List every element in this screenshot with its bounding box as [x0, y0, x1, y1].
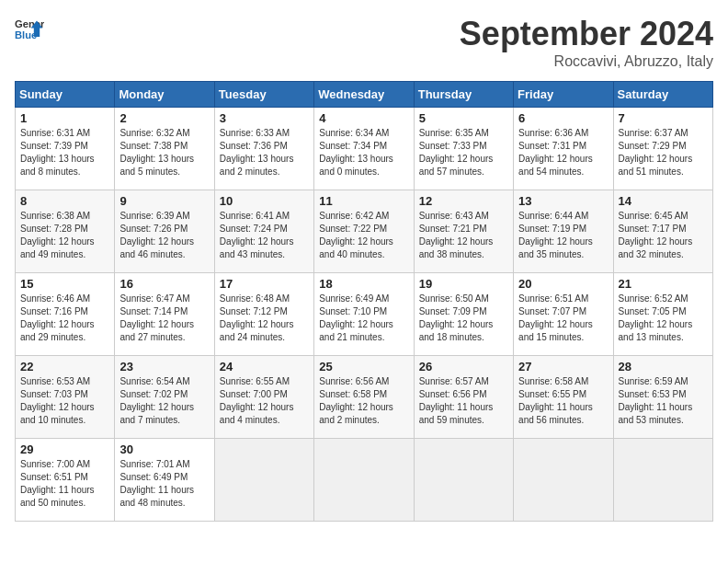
day-cell: 26 Sunrise: 6:57 AMSunset: 6:56 PMDaylig… [414, 356, 513, 439]
week-row-4: 22 Sunrise: 6:53 AMSunset: 7:03 PMDaylig… [16, 356, 713, 439]
day-number: 12 [419, 194, 508, 208]
calendar-table: SundayMondayTuesdayWednesdayThursdayFrid… [15, 81, 713, 522]
day-cell: 7 Sunrise: 6:37 AMSunset: 7:29 PMDayligh… [613, 108, 712, 190]
day-cell: 17 Sunrise: 6:48 AMSunset: 7:12 PMDaylig… [214, 273, 313, 356]
day-cell [514, 439, 613, 522]
location-subtitle: Roccavivi, Abruzzo, Italy [460, 53, 713, 70]
day-number: 21 [619, 277, 708, 291]
day-number: 16 [119, 277, 209, 291]
week-row-1: 1 Sunrise: 6:31 AMSunset: 7:39 PMDayligh… [16, 108, 713, 190]
header-row: SundayMondayTuesdayWednesdayThursdayFrid… [16, 82, 713, 108]
day-number: 8 [20, 194, 109, 208]
day-info: Sunrise: 6:59 AMSunset: 6:53 PMDaylight:… [619, 375, 708, 427]
day-info: Sunrise: 6:50 AMSunset: 7:09 PMDaylight:… [419, 293, 508, 344]
day-cell: 21 Sunrise: 6:52 AMSunset: 7:05 PMDaylig… [613, 273, 712, 356]
day-cell: 4 Sunrise: 6:34 AMSunset: 7:34 PMDayligh… [314, 108, 414, 190]
day-info: Sunrise: 6:48 AMSunset: 7:12 PMDaylight:… [220, 293, 309, 344]
day-cell [314, 439, 414, 522]
day-cell: 5 Sunrise: 6:35 AMSunset: 7:33 PMDayligh… [414, 108, 513, 190]
day-cell: 11 Sunrise: 6:42 AMSunset: 7:22 PMDaylig… [314, 190, 414, 273]
day-cell: 2 Sunrise: 6:32 AMSunset: 7:38 PMDayligh… [115, 108, 214, 190]
day-number: 18 [319, 277, 408, 291]
day-info: Sunrise: 6:42 AMSunset: 7:22 PMDaylight:… [319, 210, 408, 261]
day-header-friday: Friday [514, 82, 613, 108]
day-number: 10 [220, 194, 309, 208]
page-header: General Blue September 2024 Roccavivi, A… [15, 15, 713, 70]
day-cell: 23 Sunrise: 6:54 AMSunset: 7:02 PMDaylig… [115, 356, 214, 439]
logo: General Blue [15, 15, 44, 44]
day-cell: 19 Sunrise: 6:50 AMSunset: 7:09 PMDaylig… [414, 273, 513, 356]
day-info: Sunrise: 6:54 AMSunset: 7:02 PMDaylight:… [119, 375, 209, 427]
day-info: Sunrise: 6:51 AMSunset: 7:07 PMDaylight:… [518, 293, 608, 344]
day-number: 19 [419, 277, 508, 291]
day-info: Sunrise: 6:32 AMSunset: 7:38 PMDaylight:… [119, 127, 209, 178]
day-number: 30 [119, 442, 209, 456]
day-number: 11 [319, 194, 408, 208]
day-info: Sunrise: 6:35 AMSunset: 7:33 PMDaylight:… [419, 127, 508, 178]
day-info: Sunrise: 6:49 AMSunset: 7:10 PMDaylight:… [319, 293, 408, 344]
day-cell: 25 Sunrise: 6:56 AMSunset: 6:58 PMDaylig… [314, 356, 414, 439]
day-number: 1 [20, 111, 109, 125]
day-number: 29 [20, 442, 109, 456]
day-cell: 29 Sunrise: 7:00 AMSunset: 6:51 PMDaylig… [16, 439, 115, 522]
day-header-thursday: Thursday [414, 82, 513, 108]
day-number: 4 [319, 111, 408, 125]
day-info: Sunrise: 6:34 AMSunset: 7:34 PMDaylight:… [319, 127, 408, 178]
day-cell: 3 Sunrise: 6:33 AMSunset: 7:36 PMDayligh… [214, 108, 313, 190]
day-number: 27 [518, 360, 608, 373]
svg-text:Blue: Blue [15, 29, 37, 40]
day-cell: 22 Sunrise: 6:53 AMSunset: 7:03 PMDaylig… [16, 356, 115, 439]
day-cell: 10 Sunrise: 6:41 AMSunset: 7:24 PMDaylig… [214, 190, 313, 273]
day-info: Sunrise: 6:52 AMSunset: 7:05 PMDaylight:… [619, 293, 708, 344]
day-info: Sunrise: 6:33 AMSunset: 7:36 PMDaylight:… [220, 127, 309, 178]
day-header-tuesday: Tuesday [214, 82, 313, 108]
day-info: Sunrise: 6:56 AMSunset: 6:58 PMDaylight:… [319, 375, 408, 427]
day-number: 13 [518, 194, 608, 208]
day-info: Sunrise: 6:44 AMSunset: 7:19 PMDaylight:… [518, 210, 608, 261]
logo-icon: General Blue [15, 15, 44, 44]
day-info: Sunrise: 6:47 AMSunset: 7:14 PMDaylight:… [119, 293, 209, 344]
day-cell: 12 Sunrise: 6:43 AMSunset: 7:21 PMDaylig… [414, 190, 513, 273]
week-row-5: 29 Sunrise: 7:00 AMSunset: 6:51 PMDaylig… [16, 439, 713, 522]
title-section: September 2024 Roccavivi, Abruzzo, Italy [460, 15, 713, 70]
day-info: Sunrise: 6:39 AMSunset: 7:26 PMDaylight:… [119, 210, 209, 261]
day-number: 17 [220, 277, 309, 291]
day-cell: 14 Sunrise: 6:45 AMSunset: 7:17 PMDaylig… [613, 190, 712, 273]
day-number: 23 [119, 360, 209, 373]
day-number: 14 [619, 194, 708, 208]
day-header-saturday: Saturday [613, 82, 712, 108]
day-info: Sunrise: 6:57 AMSunset: 6:56 PMDaylight:… [419, 375, 508, 427]
day-cell: 24 Sunrise: 6:55 AMSunset: 7:00 PMDaylig… [214, 356, 313, 439]
day-number: 20 [518, 277, 608, 291]
day-header-wednesday: Wednesday [314, 82, 414, 108]
day-cell [414, 439, 513, 522]
day-header-sunday: Sunday [16, 82, 115, 108]
day-cell [214, 439, 313, 522]
day-info: Sunrise: 6:43 AMSunset: 7:21 PMDaylight:… [419, 210, 508, 261]
day-cell: 16 Sunrise: 6:47 AMSunset: 7:14 PMDaylig… [115, 273, 214, 356]
day-cell: 6 Sunrise: 6:36 AMSunset: 7:31 PMDayligh… [514, 108, 613, 190]
day-info: Sunrise: 6:55 AMSunset: 7:00 PMDaylight:… [220, 375, 309, 427]
day-cell: 27 Sunrise: 6:58 AMSunset: 6:55 PMDaylig… [514, 356, 613, 439]
day-info: Sunrise: 7:00 AMSunset: 6:51 PMDaylight:… [20, 458, 109, 510]
week-row-2: 8 Sunrise: 6:38 AMSunset: 7:28 PMDayligh… [16, 190, 713, 273]
day-number: 24 [220, 360, 309, 373]
day-cell: 30 Sunrise: 7:01 AMSunset: 6:49 PMDaylig… [115, 439, 214, 522]
week-row-3: 15 Sunrise: 6:46 AMSunset: 7:16 PMDaylig… [16, 273, 713, 356]
day-info: Sunrise: 6:41 AMSunset: 7:24 PMDaylight:… [220, 210, 309, 261]
day-number: 26 [419, 360, 508, 373]
day-info: Sunrise: 6:37 AMSunset: 7:29 PMDaylight:… [619, 127, 708, 178]
day-info: Sunrise: 6:31 AMSunset: 7:39 PMDaylight:… [20, 127, 109, 178]
day-number: 3 [220, 111, 309, 125]
day-number: 25 [319, 360, 408, 373]
day-cell: 1 Sunrise: 6:31 AMSunset: 7:39 PMDayligh… [16, 108, 115, 190]
day-info: Sunrise: 6:58 AMSunset: 6:55 PMDaylight:… [518, 375, 608, 427]
day-number: 2 [119, 111, 209, 125]
day-number: 15 [20, 277, 109, 291]
day-number: 9 [119, 194, 209, 208]
day-cell: 15 Sunrise: 6:46 AMSunset: 7:16 PMDaylig… [16, 273, 115, 356]
day-cell: 20 Sunrise: 6:51 AMSunset: 7:07 PMDaylig… [514, 273, 613, 356]
day-cell: 9 Sunrise: 6:39 AMSunset: 7:26 PMDayligh… [115, 190, 214, 273]
day-info: Sunrise: 6:36 AMSunset: 7:31 PMDaylight:… [518, 127, 608, 178]
day-info: Sunrise: 6:53 AMSunset: 7:03 PMDaylight:… [20, 375, 109, 427]
